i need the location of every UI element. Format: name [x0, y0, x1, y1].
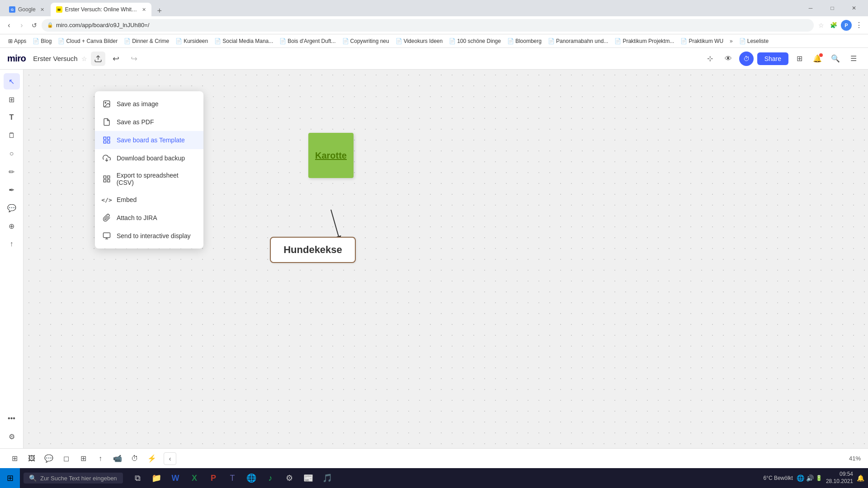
share-button[interactable]: Share: [757, 52, 788, 65]
left-sidebar: ↖ ⊞ T 🗒 ○ ✏ ✒ 💬 ⊕ ↑ ••• ⚙: [0, 70, 24, 448]
save-pdf-icon: [102, 117, 111, 127]
window-maximize[interactable]: □: [822, 0, 843, 16]
bottom-toolbar: ⊞ 🖼 💬 ◻ ⊞ ↑ 📹 ⏱ ⚡ ‹ 41%: [0, 448, 868, 468]
taskbar-app-excel[interactable]: X: [185, 468, 203, 488]
bookmark-100[interactable]: 📄100 schöne Dinge: [446, 37, 504, 45]
taskbar-app-8[interactable]: 🎵: [318, 468, 336, 488]
tool-more[interactable]: •••: [4, 410, 20, 427]
bottom-tool-4[interactable]: ◻: [59, 451, 73, 466]
taskbar-app-7[interactable]: 📰: [299, 468, 317, 488]
bookmark-canva[interactable]: 📄Cloud + Canva Bilder: [55, 37, 120, 45]
menu-item-save-template[interactable]: Save board as Template: [95, 131, 203, 149]
nav-reload[interactable]: ↺: [29, 20, 40, 31]
menu-item-export-csv[interactable]: Export to spreadsheet (CSV): [95, 167, 203, 191]
bookmark-apps[interactable]: ⊞Apps: [5, 37, 29, 45]
taskbar-search[interactable]: 🔍 Zur Suche Text hier eingeben: [24, 473, 123, 483]
menu-item-embed[interactable]: </> Embed: [95, 191, 203, 209]
undo-button[interactable]: ↩: [109, 52, 123, 66]
menu-item-attach-jira[interactable]: Attach to JIRA: [95, 209, 203, 227]
bottom-tool-8[interactable]: ⏱: [127, 451, 142, 466]
menu-item-save-image[interactable]: Save as image: [95, 95, 203, 113]
board-name: Erster Versuch: [33, 55, 77, 62]
taskbar-datetime[interactable]: 09:54 28.10.2021: [826, 471, 853, 485]
tool-frame2[interactable]: ⊕: [4, 218, 20, 234]
cursor-mode-btn[interactable]: ⊹: [703, 52, 717, 66]
volume-icon[interactable]: 🔊: [806, 474, 814, 482]
tab-google[interactable]: G Google ✕: [4, 3, 50, 16]
tool-frames[interactable]: ⊞: [4, 91, 20, 108]
new-tab-button[interactable]: +: [154, 5, 165, 16]
window-minimize[interactable]: ─: [800, 0, 821, 16]
bookmark-videokurs[interactable]: 📄Videokurs Ideen: [393, 37, 446, 45]
taskbar-app-spotify[interactable]: ♪: [261, 468, 279, 488]
tool-pen[interactable]: ✏: [4, 164, 20, 180]
taskbar-app-6[interactable]: ⚙: [280, 468, 298, 488]
nav-back[interactable]: ‹: [4, 20, 14, 31]
bottom-tool-1[interactable]: ⊞: [7, 451, 22, 466]
menu-item-send-display[interactable]: Send to interactive display: [95, 227, 203, 245]
bookmark-kurs[interactable]: 📄Kursideen: [173, 37, 211, 45]
bottom-tool-2[interactable]: 🖼: [24, 451, 39, 466]
chrome-menu[interactable]: ⋮: [854, 20, 864, 31]
bookmark-social[interactable]: 📄Social Media Mana...: [212, 37, 276, 45]
bookmark-star[interactable]: ☆: [816, 20, 826, 31]
menu-item-download-backup[interactable]: Download board backup: [95, 149, 203, 167]
taskbar-app-teams[interactable]: T: [223, 468, 241, 488]
address-bar[interactable]: 🔒 miro.com/app/board/o9J_lnJUh80=/: [42, 19, 814, 32]
tool-select[interactable]: ↖: [4, 73, 20, 89]
bottom-tool-7[interactable]: 📹: [110, 451, 125, 466]
chrome-extension-1[interactable]: 🧩: [828, 20, 839, 31]
export-button[interactable]: [91, 52, 105, 66]
bookmark-praktikum2[interactable]: 📄Praktikum WU: [678, 37, 726, 45]
panel-btn[interactable]: ☰: [846, 52, 861, 66]
tab-miro[interactable]: M Erster Versuch: Online Whitebo... ✕: [51, 3, 151, 16]
window-close[interactable]: ✕: [844, 0, 864, 16]
taskbar-app-chrome[interactable]: 🌐: [242, 468, 260, 488]
bookmark-praktikum1[interactable]: 📄Praktikum Projektm...: [612, 37, 677, 45]
bookmark-bloomberg[interactable]: 📄Bloomberg: [505, 37, 544, 45]
bottom-tool-6[interactable]: ↑: [93, 451, 108, 466]
notification-btn[interactable]: 🔔: [810, 52, 825, 66]
bookmark-blog[interactable]: 📄Blog: [30, 37, 54, 45]
shape-hundekekse[interactable]: Hundekekse: [270, 237, 356, 263]
menu-item-save-pdf[interactable]: Save as PDF: [95, 113, 203, 131]
tool-sticky[interactable]: 🗒: [4, 127, 20, 144]
bookmarks-more[interactable]: »: [727, 37, 736, 45]
notifications-btn[interactable]: 🔔: [857, 474, 864, 482]
tool-settings[interactable]: ⚙: [4, 428, 20, 445]
svg-point-3: [105, 102, 106, 103]
bottom-tool-5[interactable]: ⊞: [76, 451, 90, 466]
network-icon[interactable]: 🌐: [797, 474, 804, 482]
timer-btn[interactable]: ⏱: [739, 52, 754, 66]
bottom-collapse-btn[interactable]: ‹: [164, 452, 176, 465]
profile-button[interactable]: P: [841, 20, 852, 31]
redo-button[interactable]: ↪: [127, 52, 142, 66]
tab-google-close[interactable]: ✕: [40, 7, 44, 13]
tool-upload[interactable]: ↑: [4, 236, 20, 252]
nav-forward[interactable]: ›: [16, 20, 27, 31]
save-pdf-label: Save as PDF: [117, 118, 154, 126]
bookmark-copywriting[interactable]: 📄Copywriting neu: [340, 37, 392, 45]
tool-marker[interactable]: ✒: [4, 182, 20, 198]
taskbar-app-explorer[interactable]: 📁: [147, 468, 165, 488]
bookmark-bois[interactable]: 📄Bois d'Argent Duft...: [277, 37, 338, 45]
tab-miro-close[interactable]: ✕: [142, 7, 146, 13]
bottom-tool-9[interactable]: ⚡: [145, 451, 159, 466]
bookmark-dinner[interactable]: 📄Dinner & Crime: [121, 37, 172, 45]
taskbar-app-taskview[interactable]: ⧉: [128, 468, 146, 488]
save-image-icon: [102, 99, 111, 108]
more-options-btn[interactable]: ⊞: [792, 52, 807, 66]
tool-shapes[interactable]: ○: [4, 145, 20, 162]
sticky-note-karotte[interactable]: Karotte: [308, 133, 354, 178]
tool-text[interactable]: T: [4, 109, 20, 126]
bottom-tool-3[interactable]: 💬: [42, 451, 56, 466]
taskbar-app-powerpoint[interactable]: P: [204, 468, 222, 488]
collaborators-btn[interactable]: 👁: [721, 52, 736, 66]
bookmark-panorama[interactable]: 📄Panoramabahn und...: [545, 37, 611, 45]
taskbar-app-word[interactable]: W: [166, 468, 184, 488]
start-button[interactable]: ⊞: [0, 468, 20, 488]
bookmark-leseliste[interactable]: 📄Leseliste: [736, 37, 771, 45]
tool-comment[interactable]: 💬: [4, 200, 20, 216]
search-btn[interactable]: 🔍: [828, 52, 843, 66]
board-star-icon[interactable]: ☆: [81, 55, 87, 62]
